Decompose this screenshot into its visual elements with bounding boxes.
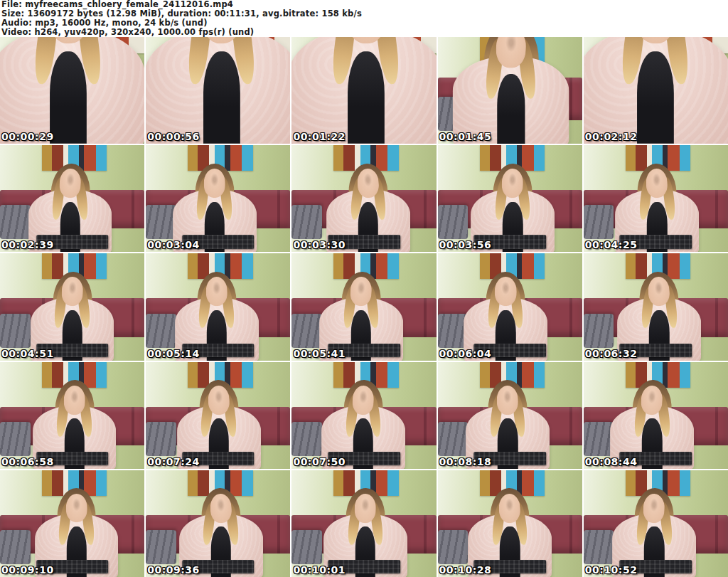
timestamp-overlay: 00:04:25	[585, 239, 638, 250]
timestamp-overlay: 00:08:44	[585, 456, 638, 467]
file-info-header: File: myfreecams_chloery_female_24112016…	[0, 0, 728, 37]
timestamp-overlay: 00:07:50	[293, 456, 346, 467]
timestamp-overlay: 00:07:24	[147, 456, 200, 467]
person-face	[61, 277, 84, 307]
person	[291, 37, 436, 144]
video-thumbnail: 00:05:14	[146, 253, 290, 360]
timestamp-overlay: 00:09:36	[147, 564, 200, 576]
person	[438, 37, 582, 144]
video-thumbnail: 00:02:12	[584, 37, 728, 144]
black-top	[49, 51, 87, 144]
timestamp-overlay: 00:05:14	[147, 348, 200, 359]
file-info-line-video: Video: h264, yuv420p, 320x240, 1000.00 f…	[1, 28, 728, 37]
person-face	[63, 385, 85, 414]
video-thumbnail: 00:06:32	[584, 253, 728, 360]
video-thumbnail: 00:04:51	[0, 253, 144, 360]
timestamp-overlay: 00:02:12	[585, 131, 638, 142]
video-thumbnail: 00:08:44	[584, 362, 728, 469]
timestamp-overlay: 00:04:51	[1, 348, 54, 359]
video-thumbnail: 00:09:10	[0, 470, 144, 577]
timestamp-overlay: 00:03:30	[293, 239, 346, 250]
person-face	[502, 169, 524, 198]
timestamp-overlay: 00:06:58	[1, 456, 54, 467]
timestamp-overlay: 00:10:28	[439, 564, 492, 576]
timestamp-overlay: 00:10:52	[585, 564, 638, 576]
video-thumbnail: 00:07:24	[146, 362, 290, 469]
timestamp-overlay: 00:00:29	[1, 131, 54, 142]
video-thumbnail: 00:06:58	[0, 362, 144, 469]
timestamp-overlay: 00:10:01	[293, 564, 346, 576]
person	[146, 37, 290, 144]
timestamp-overlay: 00:01:45	[439, 131, 492, 142]
black-top	[496, 73, 525, 144]
person-face	[205, 277, 228, 306]
video-thumbnail: 00:06:04	[438, 253, 582, 360]
person-face	[495, 277, 516, 306]
video-thumbnail: 00:10:01	[291, 470, 436, 577]
timestamp-overlay: 00:00:56	[147, 131, 200, 142]
video-thumbnail: 00:01:22	[291, 37, 436, 144]
video-thumbnail: 00:00:29	[0, 37, 144, 144]
timestamp-overlay: 00:06:04	[439, 348, 492, 359]
timestamp-overlay: 00:03:04	[147, 239, 200, 250]
timestamp-overlay: 00:08:18	[439, 456, 492, 467]
video-thumbnail: 00:05:41	[291, 253, 436, 360]
video-thumbnail: 00:04:25	[584, 145, 728, 252]
timestamp-overlay: 00:03:56	[439, 239, 492, 250]
timestamp-overlay: 00:02:39	[1, 239, 54, 250]
video-thumbnail: 00:08:18	[438, 362, 582, 469]
person-face	[65, 494, 87, 523]
timestamp-overlay: 00:05:41	[293, 348, 346, 359]
video-thumbnail: 00:07:50	[291, 362, 436, 469]
video-thumbnail: 00:03:56	[438, 145, 582, 252]
video-thumbnail: 00:09:36	[146, 470, 290, 577]
black-top	[636, 51, 674, 144]
timestamp-overlay: 00:06:32	[585, 348, 638, 359]
thumbnail-grid: 00:00:2900:00:5600:01:2200:01:4500:02:12…	[0, 37, 728, 577]
person-face	[204, 169, 225, 198]
black-top	[203, 51, 240, 144]
video-thumbnail: 00:01:45	[438, 37, 582, 144]
person-face	[354, 494, 376, 523]
timestamp-overlay: 00:01:22	[293, 131, 346, 142]
person	[0, 37, 144, 144]
black-top	[348, 51, 385, 144]
person	[584, 37, 728, 144]
video-thumbnail: 00:02:39	[0, 145, 144, 252]
video-thumbnail: 00:00:56	[146, 37, 290, 144]
video-thumbnail: 00:03:30	[291, 145, 436, 252]
video-thumbnail: 00:10:52	[584, 470, 728, 577]
video-thumbnail: 00:10:28	[438, 470, 582, 577]
timestamp-overlay: 00:09:10	[1, 564, 54, 576]
video-thumbnail: 00:03:04	[146, 145, 290, 252]
